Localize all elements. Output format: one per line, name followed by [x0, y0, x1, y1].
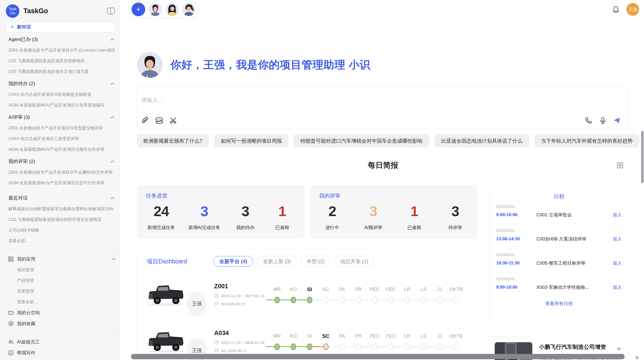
sidebar-item-ai-super-staff[interactable]: AI超级员工: [0, 336, 120, 347]
agent-avatar-3[interactable]: [182, 3, 196, 16]
suggestion-chip[interactable]: 当下年轻人对汽车外观有怎样的喜好趋势: [534, 134, 639, 147]
project-info: Z001 2023-12-19 ~ 2027-01-19 SI-2025-05-…: [204, 283, 269, 306]
milestone-dot: [421, 297, 426, 303]
plus-icon: +: [11, 24, 14, 30]
sidebar-item[interactable]: 公司Q3轻卡销量: [8, 225, 115, 235]
sidebar-subitem-project-mgmt[interactable]: 项目管理: [0, 264, 120, 275]
suggestion-chip[interactable]: 如何写一份清晰的项目周报: [214, 134, 288, 147]
milestone-label: LR: [399, 286, 415, 293]
join-meeting-link[interactable]: 加入: [613, 284, 622, 290]
milestone-dot-done: [274, 297, 280, 303]
sidebar-item-my-favorites[interactable]: 我的收藏: [0, 318, 120, 329]
send-icon[interactable]: [613, 117, 621, 124]
milestone-label: LS: [415, 286, 432, 293]
milestone-dot: [437, 343, 443, 350]
new-chat-button[interactable]: + 新对话: [6, 21, 116, 33]
filter-powertrain[interactable]: 动总开发 (1): [334, 256, 374, 267]
stat-label: 已逾期: [271, 224, 294, 231]
milestone-label: KO: [285, 332, 301, 340]
schedule-event-name: C003|H0B-方案冻结评审: [536, 236, 613, 242]
image-icon[interactable]: [155, 117, 163, 124]
section-title: Agent已办 (3): [8, 36, 38, 43]
stat-value: 3: [444, 203, 467, 219]
milestone-label: J1: [432, 332, 448, 340]
agent-avatar-1[interactable]: [149, 3, 162, 16]
sidebar-item[interactable]: A034-全新新能源MUV产品开发项目造型可行性评审: [8, 177, 115, 188]
schedule-time: 10:30-11:30: [496, 261, 536, 266]
sidebar-header: Task Go TaskGo: [0, 4, 120, 18]
stat-label: 新增AI完成任务: [188, 224, 220, 231]
scroll-right-arrow-icon[interactable]: [636, 355, 639, 360]
filter-new-body[interactable]: 全新上装 (3): [257, 256, 297, 267]
sidebar-item-creative-drawing[interactable]: 创意制图: [0, 358, 120, 360]
section-header[interactable]: 最近对话: [8, 193, 115, 203]
project-row-z001[interactable]: 王强 Z001 2023-12-19 ~ 2027-01-19: [147, 275, 477, 313]
filter-new-platform[interactable]: 全新平台 (4): [213, 256, 253, 267]
section-header[interactable]: 我的评审 (2): [8, 156, 115, 167]
suggestion-chip[interactable]: 比亚迪全固态电池计划具体说了什么: [434, 134, 529, 147]
milestone-dot: [388, 343, 394, 350]
collapse-sidebar-icon[interactable]: [107, 8, 115, 14]
sidebar-subitem-change-mgmt[interactable]: 变更管理: [0, 286, 120, 296]
input-actions-right: [585, 117, 621, 124]
sidebar-item-my-cloud[interactable]: 我的云空间: [0, 307, 120, 318]
phone-call-icon[interactable]: [585, 117, 592, 124]
sidebar-item[interactable]: C0X4-动力总成开发项目工程变更评审: [8, 133, 115, 144]
project-dashboard-card: 项目Dashboard 全新平台 (4) 全新上装 (3) 年型 (2) 动总开…: [137, 248, 478, 360]
brief-left-column: 任务进度 24 新增完成任务 3 新增AI完成任务: [137, 185, 478, 360]
view-all-chats-link[interactable]: 查看全部...: [8, 235, 115, 246]
suggestion-chip[interactable]: 欧洲新规最近颁布了什么?: [137, 134, 209, 147]
app-title: TaskGo: [23, 7, 107, 15]
microphone-icon[interactable]: [599, 117, 607, 124]
scissors-icon[interactable]: [170, 117, 177, 124]
sidebar-subitem-product-mgmt[interactable]: 产品管理: [0, 275, 120, 286]
sidebar-item[interactable]: Z001-全新燃油皮卡产品开发项目SI节点Lesson Learn报告: [8, 45, 115, 55]
section-header[interactable]: AI评审 (3): [8, 112, 115, 123]
sidebar-item[interactable]: 解释最新出台的欧盟报废车法规再生塑料比例被调至15%...: [8, 203, 115, 214]
join-meeting-link[interactable]: 加入: [613, 260, 622, 266]
stat-value: 1: [403, 203, 426, 219]
section-header[interactable]: Agent已办 (3): [8, 34, 115, 45]
chevron-up-icon: [110, 116, 115, 119]
milestone-dot-done: [291, 343, 296, 350]
milestone-dot-done: [307, 297, 312, 303]
user-avatar[interactable]: 王强: [626, 3, 639, 16]
view-all-apps-link[interactable]: 查看全部...: [0, 296, 120, 307]
sidebar-item[interactable]: Z001-全新燃油轻卡产品开发项目SI节点属性5D文件评审: [8, 167, 115, 177]
daily-brief-title: 每日简报: [368, 160, 398, 171]
milestone-j1: J1: [432, 286, 448, 303]
sidebar-item[interactable]: C02-飞腾新能源轻客改款项目里程碑画布: [8, 55, 115, 66]
add-agent-button[interactable]: +: [131, 3, 145, 16]
sidebar-item-label: AI超级员工: [17, 339, 40, 345]
layout-grid-icon[interactable]: [617, 162, 624, 169]
sidebar-item[interactable]: A034-全新新能源MUV产品开发项目法规符合性评审: [8, 144, 115, 155]
sidebar-item-my-apps[interactable]: 我的应用: [0, 253, 120, 264]
section-header[interactable]: 我的待办 (2): [8, 78, 115, 89]
sidebar-item-help-me-write[interactable]: 帮我写作: [0, 347, 120, 358]
stat-label: AI预评审: [362, 224, 385, 231]
sidebar-item[interactable]: Z001-全新燃油轻卡产品开发项目SI造型提交物评审: [8, 123, 115, 133]
sidebar-item[interactable]: A034-全新新能源MUV产品开发项目计划变更表编写: [8, 100, 115, 110]
sidebar-item[interactable]: C02-飞腾新能源轻客改款项目立项汇报方案: [8, 66, 115, 77]
suggestion-chip[interactable]: 特朗普可能对进口汽车增税会对中国车企造成哪些影响: [294, 134, 429, 147]
chevron-up-icon: [110, 160, 115, 163]
attachment-icon[interactable]: [141, 117, 149, 124]
view-all-schedule-link[interactable]: 查看所有日程: [496, 301, 622, 307]
horizontal-scrollbar-thumb[interactable]: [131, 354, 625, 359]
scroll-down-arrow-icon[interactable]: [617, 348, 621, 351]
greeting-text: 你好，王强，我是你的项目管理助理 小识: [170, 58, 371, 72]
join-meeting-link[interactable]: 加入: [613, 212, 622, 218]
chat-input[interactable]: 请输入...: [137, 86, 629, 129]
sidebar-item[interactable]: C0X4-动力总成开发项目SI里程碑提交物检查: [8, 89, 115, 100]
notification-bell-icon[interactable]: [612, 6, 619, 13]
sidebar-section-ai-review: AI评审 (3) Z001-全新燃油轻卡产品开发项目SI造型提交物评审 C0X4…: [0, 112, 120, 155]
sidebar-item[interactable]: C02-飞腾新能源轻客改款项目的闭环通告反馈情况: [8, 214, 115, 225]
join-meeting-link[interactable]: 加入: [613, 236, 622, 242]
clock-icon: [214, 340, 219, 345]
filter-year-model[interactable]: 年型 (2): [301, 256, 330, 267]
agent-avatar-2[interactable]: [165, 3, 179, 16]
stat-overdue: 1 已逾期: [271, 203, 294, 231]
vertical-scrollbar-thumb[interactable]: [641, 131, 643, 183]
milestone-fec: FEC: [383, 286, 399, 303]
schedule-time: 9:00-10:00: [496, 285, 536, 290]
